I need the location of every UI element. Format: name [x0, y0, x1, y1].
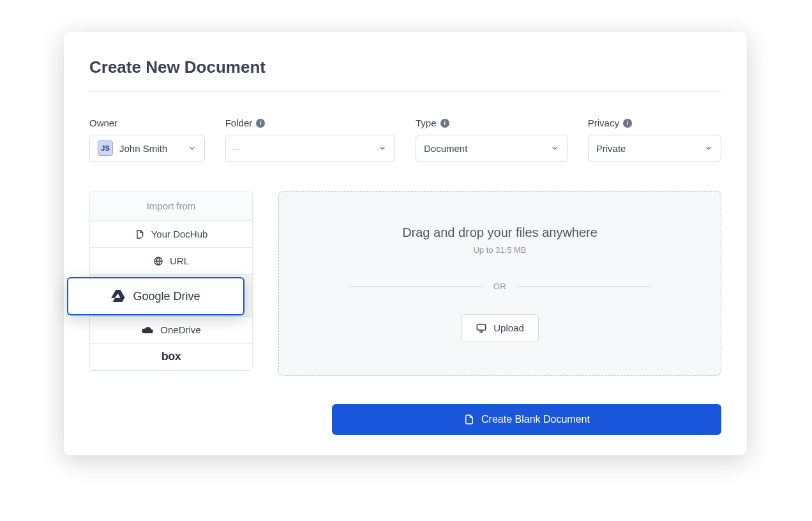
dropzone-subtitle: Up to 31.5 MB	[473, 245, 526, 255]
privacy-label: Privacy	[588, 117, 619, 128]
dropzone[interactable]: Drag and drop your files anywhere Up to …	[278, 191, 721, 376]
import-item-label: URL	[170, 255, 189, 266]
dropzone-or: OR	[493, 282, 507, 291]
info-icon[interactable]: i	[440, 119, 449, 128]
upload-label: Upload	[493, 322, 524, 333]
chevron-down-icon	[378, 144, 387, 153]
field-owner: Owner JS John Smith	[89, 117, 205, 162]
field-type: Type i Document	[416, 117, 568, 162]
folder-select[interactable]: --	[225, 135, 395, 162]
privacy-value: Private	[596, 143, 626, 154]
owner-label: Owner	[89, 117, 117, 128]
privacy-select[interactable]: Private	[588, 135, 721, 162]
folder-value: --	[234, 143, 240, 154]
info-icon[interactable]: i	[256, 119, 265, 128]
import-item-label: Google Drive	[133, 290, 200, 303]
folder-label: Folder	[225, 117, 253, 128]
field-folder: Folder i --	[225, 117, 395, 162]
dropzone-title: Drag and drop your files anywhere	[402, 225, 598, 240]
monitor-icon	[476, 322, 487, 334]
import-item-onedrive[interactable]: OneDrive	[90, 317, 252, 344]
import-item-url[interactable]: URL	[90, 248, 252, 275]
document-icon	[463, 414, 475, 425]
owner-select[interactable]: JS John Smith	[89, 135, 205, 162]
field-row: Owner JS John Smith Folder i --	[89, 117, 721, 162]
box-icon: box	[162, 350, 181, 363]
import-item-dochub[interactable]: Your DocHub	[90, 221, 252, 248]
create-blank-document-button[interactable]: Create Blank Document	[332, 404, 721, 435]
globe-icon	[153, 256, 163, 266]
upload-button[interactable]: Upload	[461, 314, 539, 342]
import-item-box[interactable]: box	[90, 344, 252, 370]
type-value: Document	[424, 143, 467, 154]
chevron-down-icon	[188, 144, 197, 153]
info-icon[interactable]: i	[623, 119, 632, 128]
create-document-modal: Create New Document Owner JS John Smith …	[64, 32, 747, 455]
import-item-googledrive[interactable]: Google Drive	[67, 277, 244, 315]
dropzone-divider: OR	[350, 282, 650, 291]
chevron-down-icon	[704, 144, 713, 153]
onedrive-icon	[141, 326, 154, 335]
import-item-label: OneDrive	[160, 324, 200, 335]
import-header: Import from	[90, 192, 252, 221]
field-privacy: Privacy i Private	[588, 117, 721, 162]
dochub-icon	[135, 229, 145, 239]
page-title: Create New Document	[89, 57, 721, 92]
avatar: JS	[98, 140, 113, 156]
chevron-down-icon	[550, 144, 559, 153]
import-panel: Import from Your DocHub URL OneDrive	[89, 191, 253, 371]
import-item-label: Your DocHub	[151, 229, 208, 239]
create-button-label: Create Blank Document	[481, 414, 590, 425]
google-drive-icon	[111, 290, 125, 303]
svg-rect-1	[477, 324, 486, 330]
type-select[interactable]: Document	[416, 135, 568, 162]
type-label: Type	[416, 117, 437, 128]
owner-value: John Smith	[119, 143, 167, 154]
